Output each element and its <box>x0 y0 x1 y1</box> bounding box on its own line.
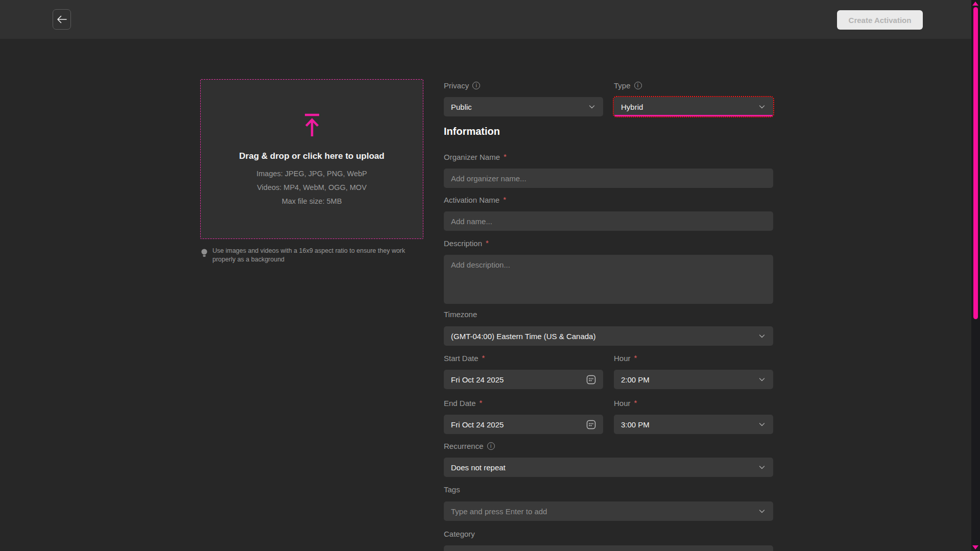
upload-tip-text: Use images and videos with a 16x9 aspect… <box>212 247 413 263</box>
end-date-value: Fri Oct 24 2025 <box>451 420 586 429</box>
chevron-down-icon <box>758 332 766 340</box>
upload-formats: Images: JPEG, JPG, PNG, WebP Videos: MP4… <box>256 167 367 208</box>
back-arrow-icon <box>56 15 67 24</box>
category-label: Category <box>444 529 475 539</box>
chevron-down-icon <box>588 103 596 111</box>
start-hour-label: Hour * <box>614 353 637 363</box>
privacy-info-icon[interactable]: i <box>472 82 480 89</box>
recurrence-info-icon[interactable]: i <box>487 442 495 450</box>
lightbulb-icon <box>200 248 208 258</box>
end-hour-label-text: Hour <box>614 399 631 408</box>
privacy-label: Privacy i <box>444 80 480 90</box>
end-hour-select[interactable]: 3:00 PM <box>614 415 773 434</box>
tags-label-text: Tags <box>444 485 460 494</box>
type-label: Type i <box>614 80 642 90</box>
calendar-icon <box>586 420 596 429</box>
topbar: Create Activation <box>0 0 980 39</box>
upload-title: Drag & drop or click here to upload <box>239 151 384 161</box>
required-marker: * <box>634 353 637 362</box>
required-marker: * <box>634 398 637 407</box>
type-info-icon[interactable]: i <box>634 82 642 89</box>
type-value: Hybrid <box>621 103 758 111</box>
type-select[interactable]: Hybrid <box>614 97 773 116</box>
information-heading: Information <box>444 126 500 137</box>
recurrence-label-text: Recurrence <box>444 442 484 450</box>
end-hour-label: Hour * <box>614 398 637 408</box>
privacy-label-text: Privacy <box>444 81 469 90</box>
timezone-value: (GMT-04:00) Eastern Time (US & Canada) <box>451 332 758 341</box>
description-label-text: Description <box>444 239 482 248</box>
type-label-text: Type <box>614 81 631 90</box>
start-hour-value: 2:00 PM <box>621 375 758 384</box>
scrollbar-thumb[interactable] <box>973 7 978 319</box>
timezone-select[interactable]: (GMT-04:00) Eastern Time (US & Canada) <box>444 326 773 346</box>
description-textarea[interactable] <box>444 255 773 304</box>
upload-images-line: Images: JPEG, JPG, PNG, WebP <box>256 167 367 181</box>
upload-maxsize-line: Max file size: 5MB <box>256 195 367 208</box>
upload-tip: Use images and videos with a 16x9 aspect… <box>200 247 425 263</box>
scrollbar-up-arrow-icon[interactable] <box>972 2 978 6</box>
start-hour-select[interactable]: 2:00 PM <box>614 370 773 389</box>
upload-dropzone[interactable]: Drag & drop or click here to upload Imag… <box>200 79 423 239</box>
start-date-value: Fri Oct 24 2025 <box>451 375 586 384</box>
upload-videos-line: Videos: MP4, WebM, OGG, MOV <box>256 181 367 195</box>
activation-name-input[interactable] <box>444 211 773 231</box>
upload-arrow-icon <box>302 113 322 138</box>
activation-name-label-text: Activation Name <box>444 196 499 204</box>
start-date-picker[interactable]: Fri Oct 24 2025 <box>444 370 603 389</box>
end-date-label-text: End Date <box>444 399 476 408</box>
start-date-label-text: Start Date <box>444 354 479 363</box>
description-label: Description * <box>444 238 489 248</box>
activation-name-label: Activation Name * <box>444 195 506 205</box>
chevron-down-icon <box>758 507 766 515</box>
recurrence-label: Recurrence i <box>444 441 495 451</box>
recurrence-select[interactable]: Does not repeat <box>444 458 773 477</box>
organizer-name-input[interactable] <box>444 169 773 188</box>
required-marker: * <box>480 398 483 407</box>
chevron-down-icon <box>758 375 766 384</box>
required-marker: * <box>486 238 489 247</box>
end-hour-value: 3:00 PM <box>621 420 758 429</box>
chevron-down-icon <box>758 463 766 471</box>
organizer-name-label: Organizer Name * <box>444 152 507 162</box>
end-date-label: End Date * <box>444 398 482 408</box>
chevron-down-icon <box>758 103 766 111</box>
timezone-label: Timezone <box>444 309 477 319</box>
calendar-icon <box>586 375 596 385</box>
scrollbar-down-arrow-icon[interactable] <box>972 545 978 549</box>
required-marker: * <box>482 353 485 362</box>
end-date-picker[interactable]: Fri Oct 24 2025 <box>444 415 603 434</box>
start-hour-label-text: Hour <box>614 354 631 363</box>
privacy-select[interactable]: Public <box>444 97 603 116</box>
tags-label: Tags <box>444 484 460 494</box>
recurrence-value: Does not repeat <box>451 463 758 472</box>
create-activation-button[interactable]: Create Activation <box>837 10 923 30</box>
chevron-down-icon <box>758 420 766 428</box>
organizer-name-label-text: Organizer Name <box>444 153 500 161</box>
back-button[interactable] <box>53 9 71 30</box>
category-select[interactable] <box>444 545 773 551</box>
required-marker: * <box>503 195 506 204</box>
category-label-text: Category <box>444 530 475 538</box>
tags-placeholder: Type and press Enter to add <box>451 507 758 516</box>
privacy-value: Public <box>451 103 588 111</box>
timezone-label-text: Timezone <box>444 310 477 319</box>
start-date-label: Start Date * <box>444 353 485 363</box>
tags-input[interactable]: Type and press Enter to add <box>444 501 773 521</box>
create-activation-page: Create Activation Drag & drop or click h… <box>0 0 980 551</box>
required-marker: * <box>504 152 507 161</box>
